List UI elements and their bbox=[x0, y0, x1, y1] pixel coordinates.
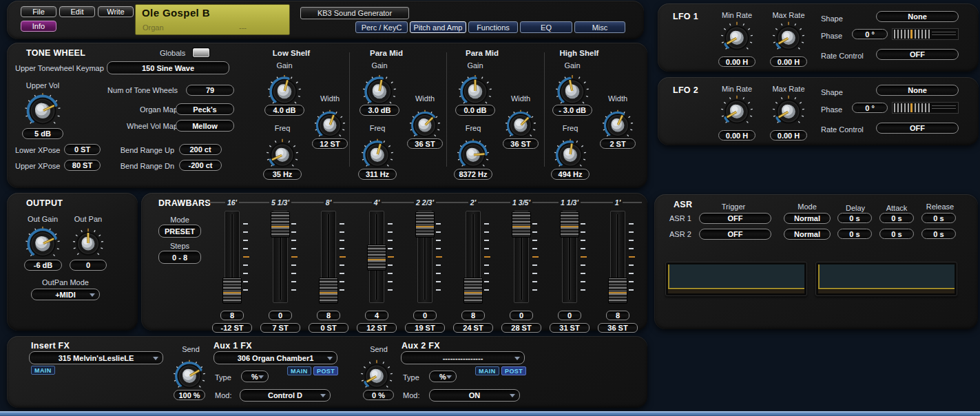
drawbar-semitone-value[interactable]: 19 ST bbox=[405, 323, 445, 333]
drawbar-slider-track[interactable] bbox=[562, 211, 577, 303]
write-menu-button[interactable]: Write bbox=[98, 6, 134, 17]
drawbar-slider-handle[interactable] bbox=[608, 278, 627, 304]
lfo1-min-rate-value[interactable]: 0.00 H bbox=[718, 56, 755, 67]
insert-fx-main-badge[interactable]: MAIN bbox=[31, 366, 55, 375]
drawbar-slider-handle[interactable] bbox=[560, 211, 579, 238]
drawbar-slider-handle[interactable] bbox=[222, 278, 242, 304]
lfo1-max-rate-value[interactable]: 0.00 H bbox=[770, 56, 807, 67]
asr1-trigger-value[interactable]: OFF bbox=[699, 213, 771, 224]
insert-fx-preset-dropdown[interactable]: 315 Melvin'sLeslieLE bbox=[29, 351, 163, 364]
aux1-send-value[interactable]: 0 % bbox=[363, 390, 394, 400]
low-shelf-gain-value[interactable]: 4.0 dB bbox=[264, 105, 304, 116]
asr2-delay-value[interactable]: 0 s bbox=[837, 229, 872, 239]
drawbar-value[interactable]: 0 bbox=[413, 311, 437, 320]
tab-eq[interactable]: EQ bbox=[520, 21, 572, 33]
drawbar-value[interactable]: 4 bbox=[365, 311, 388, 320]
high-shelf-freq-value[interactable]: 494 Hz bbox=[551, 169, 590, 180]
drawbar-slider-handle[interactable] bbox=[319, 278, 338, 304]
drawbar-slider-track[interactable] bbox=[610, 211, 625, 303]
upper-tonewheel-keymap-value[interactable]: 150 Sine Wave bbox=[107, 61, 229, 74]
bend-range-dn-value[interactable]: -200 ct bbox=[179, 160, 222, 171]
file-menu-button[interactable]: File bbox=[21, 6, 56, 17]
upper-vol-value[interactable]: 5 dB bbox=[22, 128, 63, 139]
asr2-mode-value[interactable]: Normal bbox=[784, 229, 831, 240]
drawbar-slider-track[interactable] bbox=[466, 211, 481, 303]
high-shelf-width-value[interactable]: 2 ST bbox=[600, 138, 636, 149]
lfo2-min-rate-value[interactable]: 0.00 H bbox=[718, 130, 755, 141]
insert-send-value[interactable]: 100 % bbox=[174, 390, 205, 400]
low-shelf-freq-value[interactable]: 35 Hz bbox=[263, 169, 302, 180]
drawbar-semitone-value[interactable]: 36 ST bbox=[598, 323, 638, 333]
drawbar-slider-handle[interactable] bbox=[463, 278, 483, 304]
drawbar-slider-track[interactable] bbox=[321, 211, 336, 303]
aux2-fx-main-badge[interactable]: MAIN bbox=[475, 366, 499, 375]
drawbar-slider-track[interactable] bbox=[417, 211, 432, 303]
para-mid-2-freq-value[interactable]: 8372 Hz bbox=[454, 169, 492, 180]
upper-vol-knob[interactable] bbox=[23, 91, 63, 134]
tab-functions[interactable]: Functions bbox=[468, 21, 518, 33]
lfo1-phase-wheel[interactable] bbox=[892, 28, 959, 40]
lfo1-max-rate-knob[interactable] bbox=[771, 20, 806, 59]
asr2-release-value[interactable]: 0 s bbox=[921, 229, 956, 239]
asr1-attack-value[interactable]: 0 s bbox=[879, 213, 914, 223]
tab-misc[interactable]: Misc bbox=[574, 21, 625, 33]
lower-xpose-value[interactable]: 0 ST bbox=[64, 144, 101, 155]
lfo1-shape-value[interactable]: None bbox=[876, 11, 959, 22]
lfo1-rate-control-value[interactable]: OFF bbox=[876, 49, 959, 60]
num-tone-wheels-value[interactable]: 79 bbox=[186, 85, 234, 96]
out-pan-knob[interactable] bbox=[71, 227, 105, 264]
drawbar-value[interactable]: 0 bbox=[510, 311, 533, 320]
lfo2-phase-value[interactable]: 0 ° bbox=[852, 103, 888, 113]
drawbar-slider-track[interactable] bbox=[514, 211, 529, 303]
drawbar-slider-handle[interactable] bbox=[367, 245, 386, 271]
bend-range-up-value[interactable]: 200 ct bbox=[179, 144, 222, 155]
asr1-mode-value[interactable]: Normal bbox=[784, 213, 831, 224]
drawbar-semitone-value[interactable]: 0 ST bbox=[309, 323, 348, 333]
outpan-mode-dropdown[interactable]: +MIDI bbox=[31, 289, 100, 300]
organ-map-value[interactable]: Peck's bbox=[176, 103, 234, 115]
wheel-vol-map-value[interactable]: Mellow bbox=[176, 120, 234, 132]
drawbar-slider-handle[interactable] bbox=[271, 211, 290, 238]
drawbar-semitone-value[interactable]: 24 ST bbox=[453, 323, 493, 333]
para-mid-1-gain-value[interactable]: 3.0 dB bbox=[359, 105, 399, 116]
drawbar-slider-handle[interactable] bbox=[415, 211, 435, 238]
high-shelf-gain-value[interactable]: - 3.0 dB bbox=[552, 105, 592, 116]
drawbar-slider-track[interactable] bbox=[273, 211, 288, 303]
drawbar-slider-handle[interactable] bbox=[512, 211, 531, 238]
aux2-fx-post-badge[interactable]: POST bbox=[501, 366, 526, 375]
aux1-fx-preset-dropdown[interactable]: 306 Organ Chamber1 bbox=[213, 351, 337, 364]
drawbars-mode-value[interactable]: PRESET bbox=[158, 225, 201, 238]
aux1-mod-dropdown[interactable]: Control D bbox=[240, 389, 331, 402]
para-mid-2-gain-value[interactable]: 0.0 dB bbox=[455, 105, 495, 116]
aux2-fx-preset-dropdown[interactable]: ---------------- bbox=[401, 351, 525, 364]
drawbar-value[interactable]: 8 bbox=[606, 311, 629, 320]
para-mid-1-freq-value[interactable]: 311 Hz bbox=[358, 169, 397, 180]
asr2-attack-value[interactable]: 0 s bbox=[879, 229, 914, 239]
out-gain-value[interactable]: -6 dB bbox=[24, 260, 62, 271]
info-button[interactable]: Info bbox=[21, 21, 56, 32]
drawbar-slider-track[interactable] bbox=[369, 211, 384, 303]
drawbar-value[interactable]: 0 bbox=[558, 311, 581, 320]
drawbar-slider-track[interactable] bbox=[225, 211, 240, 303]
lfo2-rate-control-value[interactable]: OFF bbox=[876, 123, 959, 134]
drawbar-semitone-value[interactable]: -12 ST bbox=[212, 323, 252, 333]
globals-toggle-button[interactable] bbox=[193, 48, 209, 57]
drawbar-value[interactable]: 8 bbox=[317, 311, 340, 320]
lfo2-min-rate-knob[interactable] bbox=[719, 94, 755, 132]
kb3-sound-generator-button[interactable]: KB3 Sound Generator bbox=[300, 7, 409, 19]
lfo1-phase-value[interactable]: 0 ° bbox=[852, 29, 888, 39]
drawbar-value[interactable]: 0 bbox=[269, 311, 292, 320]
asr1-delay-value[interactable]: 0 s bbox=[837, 213, 872, 223]
drawbars-steps-value[interactable]: 0 - 8 bbox=[158, 251, 201, 264]
drawbar-value[interactable]: 8 bbox=[461, 311, 485, 320]
tab-perc-keyc[interactable]: Perc / KeyC bbox=[355, 21, 408, 33]
drawbar-semitone-value[interactable]: 31 ST bbox=[550, 323, 590, 333]
lfo1-min-rate-knob[interactable] bbox=[719, 20, 755, 59]
asr1-release-value[interactable]: 0 s bbox=[921, 213, 956, 223]
edit-menu-button[interactable]: Edit bbox=[59, 6, 95, 17]
lfo2-shape-value[interactable]: None bbox=[876, 85, 959, 96]
aux1-fx-post-badge[interactable]: POST bbox=[313, 366, 338, 375]
drawbar-semitone-value[interactable]: 28 ST bbox=[501, 323, 541, 333]
drawbar-value[interactable]: 8 bbox=[220, 311, 244, 320]
upper-xpose-value[interactable]: 80 ST bbox=[64, 160, 101, 171]
